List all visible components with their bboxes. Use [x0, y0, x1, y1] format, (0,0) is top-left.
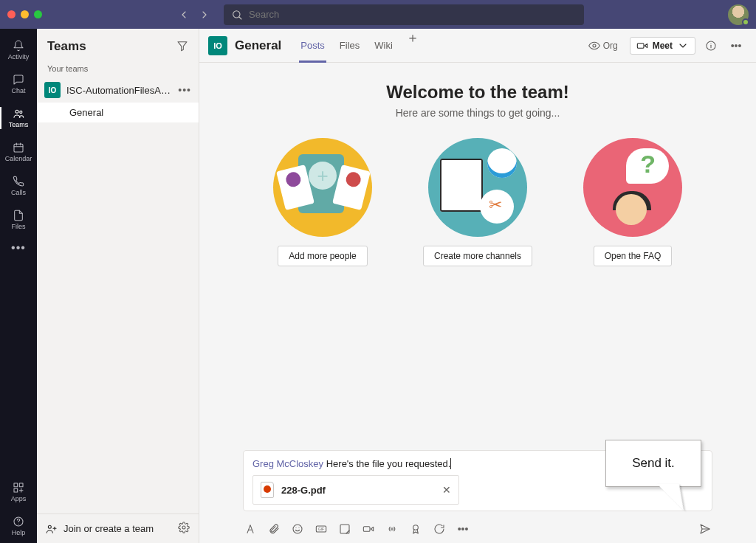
- filter-icon: [176, 40, 188, 52]
- tab-wiki[interactable]: Wiki: [368, 29, 399, 63]
- team-avatar-icon: IO: [44, 82, 61, 98]
- team-row[interactable]: IO ISC-AutomationFilesAnd... •••: [37, 77, 199, 103]
- help-icon: [13, 516, 24, 528]
- praise-button[interactable]: [409, 522, 422, 536]
- search-box[interactable]: [224, 4, 584, 25]
- rail-files[interactable]: Files: [0, 203, 37, 237]
- rail-calls[interactable]: Calls: [0, 169, 37, 203]
- send-button[interactable]: [698, 522, 712, 536]
- team-more-button[interactable]: •••: [178, 84, 191, 96]
- svg-point-2: [16, 110, 18, 113]
- profile-avatar[interactable]: [728, 4, 749, 25]
- sidebar-title: Teams: [47, 39, 86, 54]
- video-icon: [636, 40, 648, 52]
- window-controls: [7, 10, 42, 18]
- tab-posts[interactable]: Posts: [295, 29, 331, 63]
- rail-label: Activity: [8, 53, 30, 60]
- mention-chip[interactable]: Greg McCloskey: [252, 458, 323, 469]
- rail-chat[interactable]: Chat: [0, 67, 37, 101]
- tab-files[interactable]: Files: [334, 29, 365, 63]
- attachment-filename: 228-G.pdf: [281, 485, 326, 496]
- add-people-button[interactable]: Add more people: [278, 246, 367, 266]
- format-icon: [244, 523, 256, 535]
- channel-title: General: [235, 38, 281, 53]
- remove-attachment-button[interactable]: ✕: [442, 484, 451, 496]
- filter-button[interactable]: [176, 40, 188, 54]
- pdf-icon: [261, 482, 274, 498]
- svg-point-0: [233, 10, 240, 17]
- meet-button[interactable]: Meet: [630, 37, 695, 55]
- create-channels-button[interactable]: Create more channels: [423, 246, 532, 266]
- svg-point-16: [48, 525, 51, 528]
- svg-point-35: [391, 528, 394, 530]
- callout-text: Send it.: [632, 456, 675, 471]
- join-create-team-button[interactable]: Join or create a team: [46, 523, 154, 535]
- approvals-button[interactable]: [433, 522, 446, 536]
- more-options-button[interactable]: •••: [726, 36, 746, 55]
- stream-button[interactable]: [385, 522, 399, 536]
- team-name-label: ISC-AutomationFilesAnd...: [66, 85, 172, 96]
- manage-teams-button[interactable]: [178, 522, 190, 536]
- info-button[interactable]: [701, 36, 721, 55]
- maximize-window-icon[interactable]: [34, 10, 42, 18]
- chevron-down-icon: [677, 40, 689, 52]
- close-window-icon[interactable]: [7, 10, 16, 18]
- more-compose-button[interactable]: •••: [456, 522, 470, 536]
- section-your-teams: Your teams: [37, 60, 199, 77]
- app-rail: Activity Chat Teams Calendar Calls Files…: [0, 29, 37, 543]
- rail-label: Calls: [11, 189, 26, 196]
- svg-marker-34: [371, 527, 373, 530]
- svg-marker-22: [645, 44, 647, 47]
- open-faq-button[interactable]: Open the FAQ: [594, 246, 673, 266]
- meeting-button[interactable]: [362, 522, 375, 536]
- attachment-chip[interactable]: 228-G.pdf ✕: [252, 475, 459, 505]
- svg-point-3: [20, 111, 22, 113]
- org-button[interactable]: Org: [583, 38, 624, 53]
- rail-label: Files: [11, 223, 25, 230]
- add-tab-button[interactable]: ＋: [402, 29, 424, 63]
- rail-calendar[interactable]: Calendar: [0, 135, 37, 169]
- presence-indicator: [742, 18, 749, 26]
- card-create-channels: Create more channels: [419, 138, 537, 266]
- channel-content: IO General Posts Files Wiki ＋ Org Meet: [199, 29, 756, 543]
- svg-point-27: [293, 525, 302, 533]
- stream-icon: [386, 523, 398, 535]
- create-channels-illustration: [428, 138, 527, 237]
- calendar-icon: [13, 142, 24, 153]
- rail-teams[interactable]: Teams: [0, 101, 37, 135]
- chat-icon: [13, 74, 24, 86]
- back-button[interactable]: [175, 6, 193, 24]
- sticker-button[interactable]: [338, 522, 351, 536]
- format-button[interactable]: [244, 522, 257, 536]
- meeting-icon: [362, 523, 374, 535]
- open-faq-illustration: [583, 138, 682, 237]
- rail-label: Calendar: [5, 155, 32, 162]
- svg-point-19: [182, 526, 185, 529]
- search-input[interactable]: [249, 9, 577, 20]
- search-icon: [231, 9, 243, 21]
- rail-more[interactable]: •••: [11, 241, 26, 255]
- rail-apps[interactable]: Apps: [0, 475, 37, 509]
- teams-icon: [13, 108, 24, 120]
- svg-rect-4: [14, 144, 23, 152]
- add-people-illustration: [273, 138, 372, 237]
- gif-button[interactable]: GIF: [315, 522, 328, 536]
- org-label: Org: [603, 41, 618, 51]
- svg-marker-15: [178, 41, 187, 50]
- rail-help[interactable]: Help: [0, 509, 37, 543]
- badge-icon: [410, 523, 422, 535]
- attach-button[interactable]: [267, 522, 281, 536]
- gif-icon: GIF: [315, 523, 327, 535]
- svg-rect-10: [14, 488, 18, 492]
- card-open-faq: Open the FAQ: [574, 138, 692, 266]
- forward-button[interactable]: [196, 6, 213, 24]
- channel-general[interactable]: General: [37, 103, 199, 122]
- emoji-button[interactable]: [291, 522, 304, 536]
- apps-icon: [13, 482, 24, 494]
- card-add-people: Add more people: [264, 138, 382, 266]
- compose-text: Here's the file you requested.: [323, 458, 450, 469]
- svg-rect-21: [637, 43, 644, 48]
- minimize-window-icon[interactable]: [21, 10, 29, 18]
- svg-point-20: [593, 44, 596, 47]
- rail-activity[interactable]: Activity: [0, 33, 37, 67]
